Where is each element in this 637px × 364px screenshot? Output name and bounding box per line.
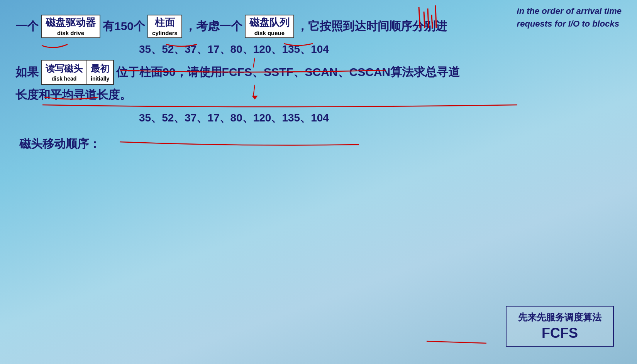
movement-label: 磁头移动顺序： <box>19 137 100 150</box>
bottom-right-box: 先来先服务调度算法 FCFS <box>506 306 614 347</box>
part2-text: 有150个 <box>103 19 145 34</box>
right-note: in the order of arrival time requests fo… <box>517 5 622 30</box>
term-cylinders-en: cylinders <box>152 29 178 37</box>
term-disk-drive: 磁盘驱动器 disk drive <box>41 15 100 38</box>
slide-content: 一个 磁盘驱动器 disk drive 有150个 柱面 cylinders ，… <box>0 0 637 364</box>
sequence1-container: 35、52、37、17、80、120、135、104 <box>139 42 622 57</box>
part1-text: 一个 <box>15 19 39 34</box>
bottom-cn-title: 先来先服务调度算法 <box>518 311 601 324</box>
sequence1-text: 35、52、37、17、80、120、135、104 <box>139 43 329 55</box>
term-disk-drive-cn: 磁盘驱动器 <box>46 16 96 29</box>
movement-label-container: 磁头移动顺序： <box>19 136 622 152</box>
term-disk-queue: 磁盘队列 disk queue <box>245 15 294 38</box>
term-cylinders-cn: 柱面 <box>155 16 175 29</box>
part3-text: ，考虑一个 <box>185 19 242 34</box>
line2-prefix: 如果 <box>15 64 39 80</box>
term-diskhead-en: disk head <box>52 75 77 83</box>
part4-text: ，它按照到达时间顺序分别进 <box>296 19 447 34</box>
term-disk-queue-cn: 磁盘队列 <box>249 16 290 29</box>
line3: 长度和平均寻道长度。 <box>15 87 622 103</box>
right-note-line1: in the order of arrival time <box>517 5 622 17</box>
term-initially-en: initially <box>91 75 109 83</box>
sequence2-container: 35、52、37、17、80、120、135、104 <box>139 111 329 125</box>
line3-text: 长度和平均寻道长度。 <box>15 88 131 101</box>
bottom-en-title: FCFS <box>518 325 601 341</box>
term-disk-drive-en: disk drive <box>57 29 84 37</box>
term-diskhead: 读写磁头 disk head <box>42 61 87 84</box>
term-diskhead-cn: 读写磁头 <box>46 62 83 75</box>
term-initially-cn: 最初 <box>91 62 109 75</box>
term-diskhead-initially: 读写磁头 disk head 最初 initially <box>41 60 114 85</box>
sequence2-text: 35、52、37、17、80、120、135、104 <box>139 112 329 124</box>
term-disk-queue-en: disk queue <box>254 29 285 37</box>
line2-suffix: 位于柱面90，请使用FCFS、SSTF、SCAN、CSCAN算法求总寻道 <box>116 64 460 80</box>
term-cylinders: 柱面 cylinders <box>147 15 182 38</box>
line2: 如果 读写磁头 disk head 最初 initially 位于柱面90，请使… <box>15 60 622 85</box>
term-initially: 最初 initially <box>87 61 113 84</box>
right-note-line2: requests for I/O to blocks <box>517 17 622 30</box>
